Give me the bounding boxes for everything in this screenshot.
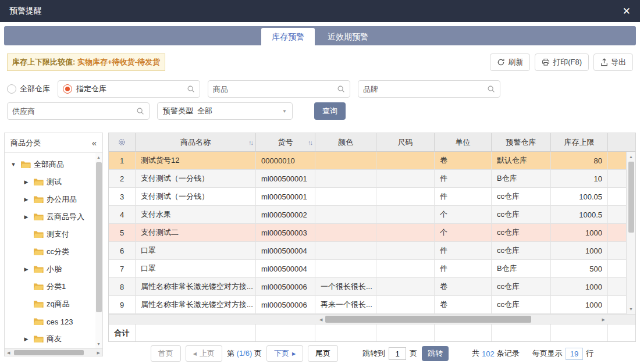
column-header: 库存上限 [551, 133, 608, 152]
search-icon[interactable] [337, 85, 345, 93]
scroll-down-icon[interactable]: ▼ [97, 342, 101, 346]
cell-color [315, 188, 376, 206]
brand-search-input[interactable] [363, 85, 483, 94]
specified-warehouse-input[interactable]: 指定仓库 [58, 80, 200, 98]
scrollbar-thumb[interactable] [628, 162, 634, 233]
main-area: 商品分类 « ▼全部商品▶测试▶办公用品▶云商品导入测支付cc分类▶小胎分类1z… [4, 133, 636, 356]
folder-icon [20, 160, 31, 169]
cell-product-name: 支付水果 [136, 206, 256, 224]
sort-icon[interactable]: ↑↓ [308, 139, 312, 146]
table-row[interactable]: 9属性名称非常长激光镂空对方接...ml000500006再来一个很长...卷c… [109, 296, 626, 314]
warning-type-select[interactable]: 预警类型 全部 ▼ [157, 102, 293, 120]
print-button[interactable]: 打印(F8) [535, 53, 589, 71]
first-page-button[interactable]: 首页 [151, 345, 181, 362]
tree-node[interactable]: cc分类 [5, 243, 102, 260]
notice-value: 实物库存+待收货-待发货 [77, 58, 160, 66]
jump-button[interactable]: 跳转 [422, 346, 449, 361]
chevron-down-icon: ▼ [282, 109, 287, 114]
scrollbar-thumb[interactable] [14, 350, 84, 355]
tree-node[interactable]: 测支付 [5, 226, 102, 243]
tree-node[interactable]: 分类1 [5, 278, 102, 295]
cell-product-name: 支付测试（一分钱） [136, 188, 256, 206]
tree-horizontal-scrollbar[interactable]: ◀ ▶ [5, 348, 102, 356]
scroll-left-icon[interactable]: ◀ [319, 317, 322, 322]
export-button[interactable]: 导出 [593, 53, 633, 71]
dialog-titlebar: 预警提醒 ✕ [0, 0, 640, 22]
table-row[interactable]: 7口罩ml000500004件B仓库500 [109, 260, 626, 278]
cell-warehouse: 默认仓库 [492, 152, 551, 170]
search-icon[interactable] [187, 85, 195, 93]
tree-node[interactable]: ▶云商品导入 [5, 208, 102, 226]
print-label: 打印(F8) [553, 57, 582, 67]
collapse-icon[interactable]: « [92, 138, 97, 148]
tree-node[interactable]: ces 123 [5, 313, 102, 330]
printer-icon [542, 58, 550, 66]
caret-down-icon[interactable]: ▼ [9, 162, 17, 167]
table-vertical-scrollbar[interactable]: ▲ ▼ [626, 152, 635, 314]
supplier-search-box [7, 102, 150, 120]
scrollbar-thumb[interactable] [325, 316, 531, 323]
prev-page-button[interactable]: ◀ 上页 [186, 345, 222, 362]
table-row[interactable]: 1测试货号1200000010卷默认仓库80 [109, 152, 626, 170]
refresh-button[interactable]: 刷新 [490, 53, 530, 71]
tab-inventory-warning[interactable]: 库存预警 [261, 28, 315, 45]
folder-icon [33, 300, 44, 308]
record-count: 共 102 条记录 [472, 348, 520, 359]
tree-node[interactable]: ▶办公用品 [5, 191, 102, 208]
folder-icon [33, 317, 44, 326]
close-icon[interactable]: ✕ [623, 6, 631, 16]
caret-right-icon[interactable]: ▶ [22, 336, 30, 342]
radio-all-warehouses[interactable]: 全部仓库 [7, 84, 50, 94]
tree-vertical-scrollbar[interactable]: ▲ ▼ [95, 153, 102, 348]
jump-page-input[interactable] [389, 347, 406, 360]
query-button[interactable]: 查询 [314, 102, 346, 120]
table-horizontal-scrollbar[interactable]: ◀ ▶ [109, 314, 635, 324]
table-row[interactable]: 3支付测试（一分钱）ml000500001件cc仓库100.05 [109, 188, 626, 206]
cell-stock-limit: 1000 [551, 296, 608, 314]
total-records: 102 [482, 349, 495, 358]
table-row[interactable]: 5支付测试二ml000500003个cc仓库1000 [109, 224, 626, 242]
last-page-button[interactable]: 尾页 [308, 345, 338, 362]
table-settings-button[interactable] [109, 133, 136, 152]
caret-right-icon[interactable]: ▶ [22, 197, 30, 202]
cell-product-name: 口罩 [136, 242, 256, 260]
caret-right-icon[interactable]: ▶ [22, 179, 30, 185]
scroll-up-icon[interactable]: ▲ [629, 155, 633, 159]
scrollbar-thumb[interactable] [96, 162, 102, 312]
scroll-up-icon[interactable]: ▲ [97, 155, 101, 159]
row-number: 5 [109, 224, 136, 242]
caret-right-icon[interactable]: ▶ [22, 266, 30, 272]
column-header: 颜色 [315, 133, 376, 152]
table-row[interactable]: 4支付水果ml000500002个cc仓库1000.5 [109, 206, 626, 224]
table-row[interactable]: 2支付测试（一分钱）ml000500001件B仓库10 [109, 170, 626, 188]
tree-node[interactable]: zq商品 [5, 295, 102, 313]
cell-color [315, 170, 376, 188]
cell-warehouse: B仓库 [492, 260, 551, 278]
supplier-search-input[interactable] [12, 107, 132, 116]
product-search-input[interactable] [213, 85, 333, 94]
tree-node[interactable]: ▶商友 [5, 330, 102, 348]
caret-right-icon[interactable]: ▶ [22, 214, 30, 220]
radio-unchecked-icon[interactable] [7, 84, 16, 94]
tree-node-label: ces 123 [47, 317, 73, 326]
tab-near-expiry-warning[interactable]: 近效期预警 [317, 28, 379, 45]
next-page-button[interactable]: 下页 ▶ [266, 345, 303, 362]
tree-node[interactable]: ▼全部商品 [5, 156, 102, 173]
total-row: 合计 [109, 324, 635, 341]
scroll-down-icon[interactable]: ▼ [629, 307, 633, 311]
notice-banner: 库存上下限比较值: 实物库存+待收货-待发货 [7, 53, 165, 71]
scroll-right-icon[interactable]: ▶ [97, 351, 100, 355]
search-icon[interactable] [136, 107, 144, 115]
scroll-left-icon[interactable]: ◀ [7, 351, 10, 355]
search-icon[interactable] [487, 85, 495, 93]
table-row[interactable]: 8属性名称非常长激光镂空对方接...ml000500006一个很长很长...卷c… [109, 278, 626, 296]
table-row[interactable]: 6口罩ml000500004件cc仓库1000 [109, 242, 626, 260]
cell-stock-limit: 10 [551, 170, 608, 188]
per-page-input[interactable]: 19 [566, 348, 583, 360]
cell-stock-limit: 1000 [551, 224, 608, 242]
scroll-right-icon[interactable]: ▶ [602, 317, 605, 322]
sort-icon[interactable]: ↑↓ [248, 139, 253, 146]
tree-node[interactable]: ▶小胎 [5, 260, 102, 278]
tree-node[interactable]: ▶测试 [5, 173, 102, 191]
radio-checked-icon[interactable] [63, 84, 72, 94]
